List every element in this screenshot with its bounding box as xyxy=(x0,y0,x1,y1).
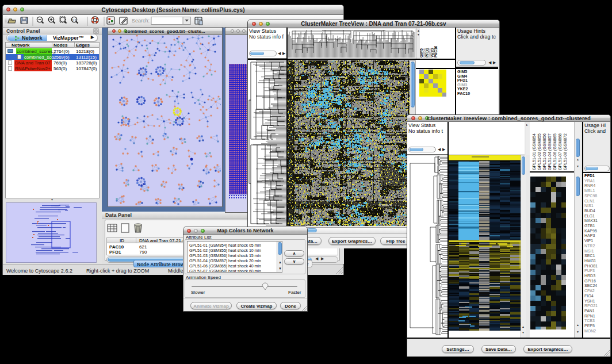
svg-text:Search:: Search: xyxy=(132,18,150,24)
svg-text:1:1: 1:1 xyxy=(72,18,76,22)
